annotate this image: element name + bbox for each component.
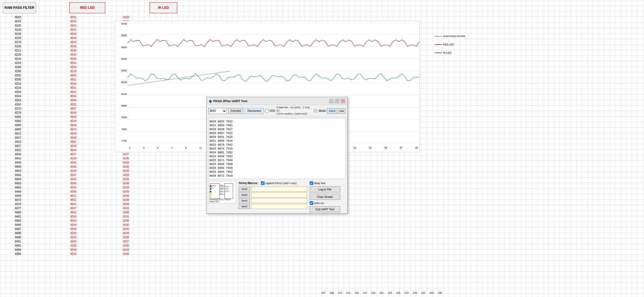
ir-data-cell: 8257 — [114, 152, 138, 156]
uart-mode-section: Mode: ASCII Hex — [319, 108, 346, 114]
raw-data-cell: 8463 — [6, 181, 30, 185]
red-data-cell: 8546 — [61, 111, 86, 115]
echo-on-label: Echo On — [310, 201, 346, 205]
clear-screen-button[interactable]: Clear Screen — [310, 194, 340, 200]
svg-text:RX: RX — [220, 193, 222, 195]
ir-data-cell: 8249 — [114, 198, 138, 202]
help-icon[interactable]: ⓘ — [314, 109, 317, 113]
y-axis-label: 8400 — [115, 58, 127, 60]
ascii-mode-button[interactable]: ASCII — [327, 108, 337, 114]
raw-data-cell: 8489 — [6, 231, 30, 235]
ir-data-cell: 8259 — [114, 15, 138, 19]
red-data-cell: 8549 — [61, 169, 86, 173]
wrap-text-checkbox[interactable] — [310, 181, 313, 185]
uart-right-panel: Wrap Text Log to File Clear Screen Echo … — [310, 181, 346, 212]
uart-dialog: ◆ PICkit 2Plus UART Tool – □ × 9600 1920… — [206, 97, 348, 214]
svg-rect-27 — [210, 188, 211, 190]
echo-on-checkbox[interactable] — [310, 201, 313, 205]
red-data-cell: 8540 — [61, 239, 86, 244]
red-data-cell: 8537 — [61, 173, 86, 177]
wrap-text-label: Wrap Text — [310, 181, 346, 185]
raw-data-cell: 8469 — [6, 194, 30, 198]
mode-label: Mode: — [319, 109, 327, 112]
red-data-cell: 8545 — [61, 94, 86, 98]
legend-raw-line — [435, 36, 442, 37]
raw-data-cell: 8468 — [6, 190, 30, 194]
y-axis-label: 8600 — [115, 34, 127, 37]
minimize-button[interactable]: – — [329, 99, 333, 103]
send-button-4[interactable]: Send — [239, 204, 250, 209]
baud-rate-select[interactable]: 9600 19200 38400 115200 — [208, 108, 227, 114]
ir-data-cell: 8249 — [114, 202, 138, 206]
y-axis-label: 8100 — [115, 93, 127, 95]
send-button-2[interactable]: Send — [239, 192, 250, 197]
x-axis-right-label: 115 — [355, 291, 359, 294]
macro-input-4[interactable] — [251, 204, 307, 209]
connect-button[interactable]: Connect — [228, 108, 243, 114]
x-axis-right-label: 125 — [396, 291, 400, 294]
x-axis-label: 35 — [384, 146, 387, 149]
raw-data-cell: 8474 — [6, 202, 30, 206]
raw-data-cell: 8334 — [6, 90, 30, 94]
ir-data-cell: 8245 — [114, 169, 138, 173]
raw-data-cell: 8305 — [6, 78, 30, 82]
y-axis-label: 8000 — [115, 104, 127, 107]
red-data-cell: 8558 — [61, 190, 86, 194]
hex-mode-button[interactable]: Hex — [338, 108, 346, 114]
append-crlf-checkbox[interactable] — [261, 181, 265, 185]
svg-text:PICkit2: PICkit2 — [211, 185, 216, 187]
close-button[interactable]: × — [341, 99, 345, 103]
raw-data-cell: 8494 — [6, 248, 30, 252]
x-axis-right-label: 133 — [429, 291, 433, 294]
exit-uart-button[interactable]: Exit UART Tool — [310, 206, 340, 212]
vdd-checkbox[interactable] — [265, 109, 269, 113]
raw-data-cell: 8481 — [6, 215, 30, 219]
red-data-cell: 8554 — [61, 65, 86, 69]
x-axis-label: 3 — [143, 146, 145, 149]
uart-data-line: 8020 8057 7922 — [209, 131, 345, 135]
raw-data-column: 8053807681008120814081598178819582118226… — [0, 15, 36, 256]
raw-data-cell: 8432 — [6, 148, 30, 152]
macro-row-1: Send — [239, 187, 307, 192]
ir-data-cell: 8249 — [114, 231, 138, 235]
x-axis-right-label: 113 — [346, 291, 350, 294]
macro-row-4: Send — [239, 204, 307, 209]
log-to-file-button[interactable]: Log to File — [310, 186, 340, 192]
macro-row-3: Send — [239, 198, 307, 203]
disconnect-button[interactable]: Disconnect — [245, 108, 263, 114]
raw-data-cell: 8399 — [6, 123, 30, 127]
x-axis-right-label: 121 — [379, 291, 384, 294]
uart-data-area[interactable]: 8021 8078 79188020 8034 79128020 8051 79… — [208, 118, 346, 179]
ir-data-cell: 8239 — [114, 235, 138, 239]
x-axis-right-label: 109 — [330, 291, 334, 294]
uart-info-text: 8 data bits - No parity - 1 Stop bit. AS… — [277, 106, 312, 116]
macro-input-3[interactable] — [251, 198, 307, 203]
raw-data-cell: 8120 — [6, 28, 30, 32]
raw-data-cell: 8362 — [6, 102, 30, 107]
red-data-cell: 8535 — [61, 44, 86, 48]
macro-input-2[interactable] — [251, 192, 307, 197]
uart-data-line: 8020 8038 7927 — [209, 128, 345, 131]
uart-title-text: PICkit 2Plus UART Tool — [213, 99, 247, 103]
macro-input-1[interactable] — [251, 187, 307, 192]
send-button-3[interactable]: Send — [239, 198, 250, 203]
raw-data-cell: 8378 — [6, 111, 30, 115]
send-button-1[interactable]: Send — [239, 187, 250, 192]
red-data-cell: 8549 — [61, 136, 86, 140]
red-data-cell: 8540 — [61, 215, 86, 219]
raw-data-cell: 8406 — [6, 127, 30, 131]
raw-data-cell: 8226 — [6, 53, 30, 57]
svg-text:Circuit: Circuit — [225, 190, 229, 192]
uart-data-line: 8022 8079 7942 — [209, 143, 345, 147]
red-data-cell: 8543 — [61, 40, 86, 44]
raw-data-cell: 8417 — [6, 136, 30, 140]
raw-data-cell: 8427 — [6, 144, 30, 148]
raw-data-cell: 8324 — [6, 86, 30, 90]
red-data-cell: 8545 — [61, 161, 86, 165]
raw-data-cell: 8456 — [6, 173, 30, 177]
maximize-button[interactable]: □ — [335, 99, 339, 103]
ir-led-label: IR LED — [150, 2, 177, 13]
ir-data-cell: 8243 — [114, 248, 138, 252]
svg-text:GND: GND — [220, 187, 224, 189]
red-data-cell: 8540 — [61, 185, 86, 190]
